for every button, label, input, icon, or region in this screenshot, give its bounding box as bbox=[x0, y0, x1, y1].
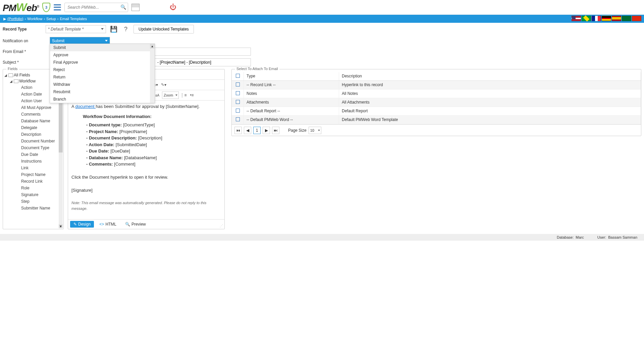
tree-leaf[interactable]: Signature bbox=[10, 191, 62, 198]
tab-html[interactable]: <>HTML bbox=[96, 221, 120, 228]
tree-leaf[interactable]: Description bbox=[10, 131, 62, 138]
page-number[interactable]: 1 bbox=[253, 127, 261, 134]
breadcrumb-arrow-icon[interactable]: ▶ bbox=[3, 17, 6, 21]
row-desc: All Attachments bbox=[339, 98, 641, 107]
page-next-icon[interactable]: ▶ bbox=[263, 127, 270, 134]
tree-scrollbar[interactable]: ▾ bbox=[59, 85, 63, 228]
document-link[interactable]: document bbox=[75, 104, 96, 109]
tree-leaf[interactable]: Document Type bbox=[10, 144, 62, 151]
dropdown-option[interactable]: Submit bbox=[50, 44, 155, 51]
page-first-icon[interactable]: ⏮ bbox=[234, 127, 242, 134]
app-logo: PMWeb® bbox=[3, 1, 39, 14]
attach-row[interactable]: -- Record Link --Hyperlink to this recor… bbox=[232, 81, 641, 89]
tree-leaf[interactable]: All Must Approve bbox=[10, 104, 62, 111]
page-last-icon[interactable]: ⏭ bbox=[272, 127, 279, 134]
row-checkbox[interactable] bbox=[236, 109, 240, 113]
eraser-icon[interactable]: ✎▾ bbox=[160, 81, 167, 88]
attach-row[interactable]: AttachmentsAll Attachments bbox=[232, 98, 641, 107]
attach-header: Type Description bbox=[232, 72, 641, 81]
dropdown-option[interactable]: Reject bbox=[50, 66, 155, 73]
row-checkbox[interactable] bbox=[236, 82, 240, 86]
tree-leaf[interactable]: Role bbox=[10, 185, 62, 191]
info-header: Workflow Document Information: bbox=[83, 113, 221, 120]
bullet-list-icon[interactable]: •≡ bbox=[188, 92, 196, 99]
scroll-down-icon[interactable]: ▾ bbox=[59, 224, 63, 228]
from-email-label: From Email * bbox=[3, 49, 50, 54]
dropdown-option[interactable]: Resubmit bbox=[50, 88, 155, 96]
dropdown-option[interactable]: Final Approve bbox=[50, 59, 155, 66]
breadcrumb-workflow[interactable]: Workflow bbox=[27, 17, 42, 21]
select-all-checkbox[interactable] bbox=[236, 74, 240, 78]
breadcrumb-setup[interactable]: Setup bbox=[46, 17, 56, 21]
calendar-icon[interactable] bbox=[131, 4, 140, 11]
tree-leaf[interactable]: Due Date bbox=[10, 151, 62, 158]
resize-grip-icon[interactable]: ⋰ bbox=[220, 224, 223, 228]
editor-body[interactable]: A document has been Submitted for approv… bbox=[68, 101, 224, 219]
flag-us[interactable] bbox=[572, 16, 581, 21]
row-desc: All Notes bbox=[339, 89, 641, 98]
menu-icon[interactable] bbox=[54, 4, 61, 10]
shield-badge[interactable]: 3 bbox=[42, 3, 50, 12]
dropdown-option[interactable]: Branch bbox=[50, 96, 155, 103]
flag-br[interactable] bbox=[582, 16, 591, 21]
record-type-label: Record Type bbox=[3, 27, 42, 32]
col-type[interactable]: Type bbox=[244, 72, 339, 80]
attach-pager: ⏮ ◀ 1 ▶ ⏭ Page Size 10 bbox=[232, 124, 641, 136]
breadcrumb-portfolio[interactable]: (Portfolio) bbox=[7, 17, 23, 21]
dropdown-option[interactable]: Withdraw bbox=[50, 81, 155, 88]
row-checkbox[interactable] bbox=[236, 100, 240, 104]
tree-leaf[interactable]: Submitter Name bbox=[10, 205, 62, 212]
help-icon[interactable]: ? bbox=[121, 25, 130, 34]
search-icon[interactable]: 🔍 bbox=[120, 4, 126, 10]
language-flags bbox=[572, 16, 641, 21]
tree-leaf[interactable]: Record Link bbox=[10, 178, 62, 185]
save-icon[interactable]: 💾 bbox=[109, 25, 118, 34]
attach-row[interactable]: -- Default Report --Default Report bbox=[232, 107, 641, 116]
flag-cn[interactable] bbox=[632, 16, 641, 21]
tree-leaf[interactable]: Project Name bbox=[10, 171, 62, 178]
tree-leaf[interactable]: Document Number bbox=[10, 138, 62, 144]
page-prev-icon[interactable]: ◀ bbox=[244, 127, 251, 134]
attach-row[interactable]: -- Default PMWeb Word --Default PMWeb Wo… bbox=[232, 116, 641, 124]
search-input[interactable] bbox=[64, 3, 128, 12]
editor-signature: [Signature] bbox=[71, 187, 221, 194]
attach-row[interactable]: NotesAll Notes bbox=[232, 89, 641, 98]
flag-sa[interactable] bbox=[622, 16, 631, 21]
col-desc[interactable]: Description bbox=[339, 72, 641, 80]
scroll-up-icon[interactable]: ▲ bbox=[150, 44, 155, 49]
page-size-select[interactable]: 10 bbox=[309, 127, 321, 134]
tree-leaf[interactable]: Database Name bbox=[10, 118, 62, 124]
tree-leaf[interactable]: Instructions bbox=[10, 158, 62, 165]
tab-design[interactable]: ✎Design bbox=[70, 221, 94, 228]
breadcrumb: ▶ (Portfolio) › Workflow › Setup › Email… bbox=[0, 15, 644, 23]
tree-leaf[interactable]: Link bbox=[10, 165, 62, 171]
tree-leaf[interactable]: Step bbox=[10, 198, 62, 205]
flag-es[interactable] bbox=[612, 16, 621, 21]
flag-fr[interactable] bbox=[592, 16, 601, 21]
editor-footer: ✎Design <>HTML 🔍Preview ⋰ bbox=[68, 219, 224, 229]
power-icon[interactable]: ⏻ bbox=[170, 3, 176, 11]
dropdown-option[interactable]: Approve bbox=[50, 51, 155, 59]
tree-leaf[interactable]: Delegate bbox=[10, 124, 62, 131]
zoom-select[interactable]: Zoom bbox=[162, 92, 179, 99]
tree-leaf[interactable]: Comments bbox=[10, 111, 62, 118]
row-checkbox[interactable] bbox=[236, 117, 240, 121]
record-type-combo[interactable]: * Default Template * bbox=[46, 25, 106, 33]
info-line: - Database Name: [DatabaseName] bbox=[86, 155, 221, 161]
info-line: - Document type: [DocumentType] bbox=[86, 122, 221, 128]
dropdown-option[interactable]: Return bbox=[50, 73, 155, 81]
tab-preview[interactable]: 🔍Preview bbox=[122, 221, 149, 228]
row-type: -- Record Link -- bbox=[244, 81, 339, 89]
flag-de[interactable] bbox=[602, 16, 611, 21]
row-checkbox[interactable] bbox=[236, 91, 240, 95]
numbered-list-icon[interactable]: ⋮≡ bbox=[180, 92, 187, 99]
attach-panel: Select To Attach To Email Type Descripti… bbox=[231, 69, 641, 136]
editor-note: Note: This email message was automatical… bbox=[71, 200, 221, 211]
breadcrumb-page: Email Templates bbox=[60, 17, 87, 21]
top-bar: PMWeb® 3 🔍 ⏻ bbox=[0, 0, 644, 15]
row-type: -- Default PMWeb Word -- bbox=[244, 116, 339, 124]
info-line: - Document Description: [Description] bbox=[86, 135, 221, 141]
row-type: Attachments bbox=[244, 98, 339, 107]
update-unlocked-button[interactable]: Update Unlocked Templates bbox=[133, 25, 194, 34]
editor-line2: Click the Document hyperlink to open it … bbox=[71, 174, 221, 181]
